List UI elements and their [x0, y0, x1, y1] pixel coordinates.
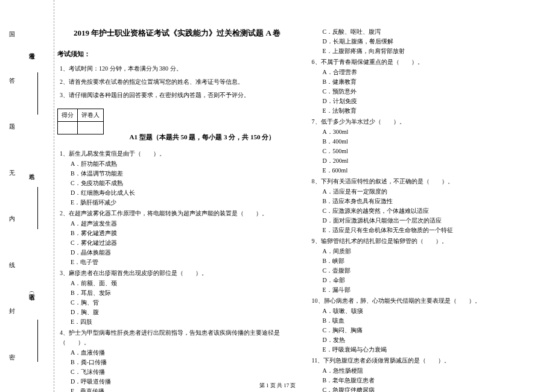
question-option: B．体温调节功能差: [71, 169, 297, 179]
score-label: 得分: [58, 109, 78, 122]
page-footer: 第 1 页 共 17 页: [0, 382, 555, 390]
seal-char: 无: [9, 169, 15, 177]
question-option: B．耳后、发际: [71, 288, 297, 298]
question-option: A．肝功能不成熟: [71, 159, 297, 169]
notice-item: 1、考试时间：120 分钟，本卷满分为 380 分。: [60, 64, 297, 74]
field-line: [37, 320, 38, 362]
question-option: E．适应是只有生命机体和无生命物质的一个特征: [323, 226, 550, 235]
question-option: C．预防意外: [323, 87, 550, 96]
question-stem: 10、肺心病患者，肺、心功能失代偿期的主要表现是（ ）。: [312, 296, 550, 306]
question-option: D．长期上腹痛，餐后缓解: [323, 37, 550, 46]
question-option: C．雾化罐过滤器: [71, 238, 297, 248]
question-stem: 7、低于多少为羊水过少（ ）。: [312, 117, 550, 127]
section-title: A1 型题（本题共 50 题，每小题 3 分，共 150 分）: [130, 132, 276, 143]
question-option: D．胸、腹: [71, 308, 297, 317]
question-option: B．适应本身也具有应激性: [323, 197, 550, 206]
question-option: B．粪-口传播: [71, 358, 297, 367]
questions-left: 1、新生儿易发生黄疸是由于（ ）。A．肝功能不成熟B．体温调节功能差C．免疫功能…: [57, 149, 297, 392]
question-option: A．血液传播: [71, 348, 297, 358]
seal-line-labels: 国 答 题 无 内 线 封 密: [9, 30, 15, 362]
question-option: C．壶腹部: [323, 266, 550, 276]
score-cell: [58, 122, 78, 134]
question-option: C．胸、背: [71, 298, 297, 308]
exam-title: 2019 年护士职业资格证考试《实践能力》过关检测试题 A 卷: [57, 27, 297, 40]
question-option: B．咳血: [323, 316, 550, 326]
seal-char: 答: [9, 77, 15, 85]
question-option: E．上腹部疼痛，向肩背部放射: [323, 46, 550, 56]
score-table: 得分 评卷人: [57, 109, 104, 134]
question-option: B．400ml: [323, 137, 550, 147]
question-option: D．晶体换能器: [71, 248, 297, 258]
question-option: E．法制教育: [323, 106, 550, 116]
question-option: E．四肢: [71, 317, 297, 327]
question-option: E．肠肝循环减少: [71, 198, 297, 207]
question-option: B．健康教育: [323, 77, 550, 87]
question-option: E．呼吸衰竭与心力衰竭: [323, 345, 550, 355]
question-stem: 6、不属于青春期保健重点的是（ ）。: [312, 57, 550, 67]
question-option: A．急性肠梗阻: [323, 366, 550, 376]
notice-heading: 考试须知：: [57, 49, 297, 60]
seal-char: 线: [9, 261, 15, 270]
question-option: C．应激源来的越突然，个体越难以适应: [323, 206, 550, 216]
question-option: C．飞沫传播: [71, 367, 297, 377]
question-option: A．超声波发生器: [71, 219, 297, 229]
question-option: E．漏斗部: [323, 285, 550, 295]
field-line: [37, 187, 38, 229]
grader-cell: [78, 122, 104, 134]
question-option: A．合理营养: [323, 68, 550, 77]
question-stem: 8、下列有关适应特性的叙述，不正确的是（ ）。: [312, 177, 550, 186]
question-stem: 1、新生儿易发生黄疸是由于（ ）。: [60, 149, 297, 159]
question-option: C．500ml: [323, 147, 550, 156]
seal-char: 题: [9, 122, 15, 131]
question-option: A．间质部: [323, 247, 550, 256]
questions-right: 6、不属于青春期保健重点的是（ ）。A．合理营养B．健康教育C．预防意外D．计划…: [309, 57, 550, 392]
question-option: C．免疫功能不成熟: [71, 179, 297, 188]
question-option: D．红细胞寿命比成人长: [71, 188, 297, 198]
question-stem: 2、在超声波雾化器工作原理中，将电能转换为超声波声能的装置是（ ）。: [60, 209, 297, 218]
question-stem: 4、护士为甲型病毒性肝炎患者进行出院前指导，告知患者该疾病传播的主要途径是（ ）…: [60, 328, 297, 347]
left-column: 2019 年护士职业资格证考试《实践能力》过关检测试题 A 卷 考试须知： 1、…: [57, 9, 297, 377]
question-option: A．咳嗽、咳痰: [323, 306, 550, 316]
right-column: C．反酸、呕吐、腹泻D．长期上腹痛，餐后缓解E．上腹部疼痛，向肩背部放射 6、不…: [309, 9, 550, 377]
page-content: 2019 年护士职业资格证考试《实践能力》过关检测试题 A 卷 考试须知： 1、…: [57, 9, 549, 377]
seal-char: 密: [9, 353, 15, 362]
notice-item: 3、请仔细阅读各种题目的回答要求，在密封线内答题，否则不予评分。: [60, 90, 297, 100]
question-option: B．雾化罐透声膜: [71, 229, 297, 238]
field-line: [37, 72, 38, 115]
seal-char: 内: [9, 215, 15, 223]
question-option: D．200ml: [323, 156, 550, 166]
grader-label: 评卷人: [78, 109, 104, 122]
question-option: D．计划免疫: [323, 96, 550, 106]
notice-item: 2、请首先按要求在试卷的指定位置填写您的姓名、准考证号等信息。: [60, 77, 297, 87]
question-option: A．适应是有一定限度的: [323, 187, 550, 197]
question-stem: 3、麻疹患者在出疹期首先出现皮疹的部位是（ ）。: [60, 268, 297, 278]
question-option: D．伞部: [323, 276, 550, 285]
question-option: E．600ml: [323, 166, 550, 175]
seal-char: 国: [9, 30, 15, 39]
question-option: E．电子管: [71, 258, 297, 267]
question-stem: 9、输卵管结扎术的结扎部位是输卵管的（ ）。: [312, 236, 550, 246]
question-option: D．发热: [323, 335, 550, 345]
question-option: A．300ml: [323, 127, 550, 137]
seal-char: 封: [9, 307, 15, 315]
binding-sidebar: 国 答 题 无 内 线 封 密 准考证号 姓名 省（市区）: [0, 0, 54, 392]
questions-right-continued: C．反酸、呕吐、腹泻D．长期上腹痛，餐后缓解E．上腹部疼痛，向肩背部放射: [309, 27, 550, 56]
question-option: D．面对应激源机体只能做出一个层次的适应: [323, 216, 550, 226]
question-option: C．胸闷、胸痛: [323, 326, 550, 335]
question-option: A．前额、面、颈: [71, 279, 297, 288]
question-stem: 11、下列急腹症患者必须做胃肠减压的是（ ）。: [312, 356, 550, 365]
question-option: B．峡部: [323, 256, 550, 266]
question-option: C．反酸、呕吐、腹泻: [323, 27, 550, 37]
